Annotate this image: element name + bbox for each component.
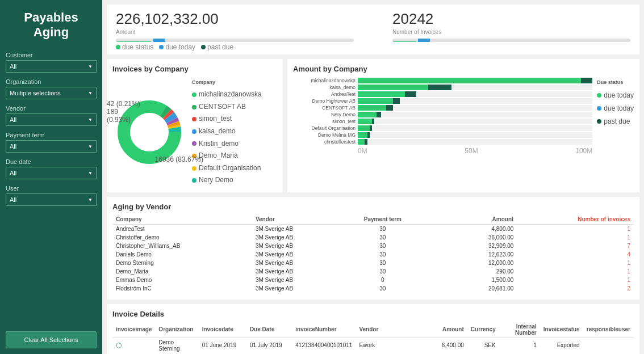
donut-chart: 42 (0.21%) 189 (0.93%) 16936 (83.67%) xyxy=(112,95,186,169)
kpi-row: 226,102,332.00 Amount due status due tod… xyxy=(107,5,639,54)
table-row: Daniels Demo 3M Sverige AB 30 12,623.00 … xyxy=(112,250,634,259)
invoice-icon[interactable]: ⬡ xyxy=(116,342,122,349)
legend-item: Nery Demo xyxy=(192,174,262,187)
table-row: Demo_Maria 3M Sverige AB 30 290.00 1 xyxy=(112,267,634,276)
invoice-table: invoiceimage Organization Invoicedate Du… xyxy=(112,322,634,354)
filter-select-due-date[interactable]: All xyxy=(6,167,96,179)
col-curr: Currency xyxy=(467,322,499,338)
hbar-row: Demo Hightower AB xyxy=(293,98,592,104)
col-user: responsibleuser xyxy=(583,322,634,338)
sidebar: Payables Aging Customer All Organization… xyxy=(0,0,102,354)
hbar-row: kaisa_demo xyxy=(293,85,592,90)
app-title: Payables Aging xyxy=(0,0,102,48)
filter-select-customer[interactable]: All xyxy=(6,61,96,72)
table-row: Demo Sterning 3M Sverige AB 30 12,000.00… xyxy=(112,259,634,267)
col-count: Number of invoices xyxy=(517,214,634,225)
kpi-invoices: 20242 Number of Invoices xyxy=(392,10,630,51)
filter-select-wrapper-user: All xyxy=(6,193,97,206)
hbar-row: CENTSOFT AB xyxy=(293,105,592,111)
filter-select-user[interactable]: All xyxy=(6,194,96,205)
filter-select-payment-term[interactable]: All xyxy=(6,141,96,152)
col-invdate: Invoicedate xyxy=(199,322,246,338)
filter-label-user: User xyxy=(6,185,97,192)
col-invnum: invoiceNumber xyxy=(292,322,356,338)
filter-label-vendor: Vendor xyxy=(6,105,97,112)
filter-select-vendor[interactable]: All xyxy=(6,114,96,125)
donut-label-top: 42 (0.21%) 189 (0.93%) xyxy=(107,100,140,124)
table-row: Emmas Demo 3M Sverige AB 0 1,500.00 1 xyxy=(112,276,634,284)
donut-label-bottom: 16936 (83.67%) xyxy=(155,155,203,163)
invoices-by-company-title: Invoices by Company xyxy=(112,65,277,73)
legend-item: CENTSOFT AB xyxy=(192,101,262,113)
hbar-row: AndreaTest xyxy=(293,91,592,97)
filter-select-wrapper-due-date: All xyxy=(6,167,97,179)
hbar-axis: 0M50M100M xyxy=(293,147,592,155)
invoices-bar-track xyxy=(392,39,630,42)
filter-payment-term: Payment term All xyxy=(0,128,102,155)
filter-select-wrapper-payment-term: All xyxy=(6,140,97,153)
invoice-details-title: Invoice Details xyxy=(112,310,634,318)
donut-legend: Company michalinazdanowska CENTSOFT AB s… xyxy=(192,78,262,187)
col-vendor: Vendor xyxy=(252,214,339,225)
amount-by-company-card: Amount by Company michalinazdanowska kai… xyxy=(287,59,639,192)
amount-by-company-title: Amount by Company xyxy=(293,65,634,73)
legend-item: Kristin_demo xyxy=(192,138,262,150)
hbar-row: Nery Demo xyxy=(293,112,592,117)
hbar-row: Demo Melina MG xyxy=(293,132,592,138)
filter-organization: Organization Multiple selections xyxy=(0,75,102,102)
kpi-legend: due status due today past due xyxy=(116,43,354,51)
filter-label-payment-term: Payment term xyxy=(6,132,97,138)
table-row: Flodström InC 3M Sverige AB 30 20,681.00… xyxy=(112,284,634,293)
amount-bar-track xyxy=(116,39,354,42)
amount-value: 226,102,332.00 xyxy=(116,10,354,28)
invoices-by-company-card: Invoices by Company xyxy=(107,59,283,192)
legend-item: kaisa_demo xyxy=(192,125,262,138)
aging-by-vendor-title: Aging by Vendor xyxy=(112,203,634,211)
aging-by-vendor-card: Aging by Vendor Company Vendor Payment t… xyxy=(107,197,639,300)
filter-select-wrapper-customer: All xyxy=(6,60,97,73)
filter-label-customer: Customer xyxy=(6,52,97,58)
hbar-chart: michalinazdanowska kaisa_demo AndreaTest… xyxy=(293,78,592,155)
filter-customer: Customer All xyxy=(0,48,102,75)
legend-item: Default Organisation xyxy=(192,162,262,175)
invoice-details-card: Invoice Details invoiceimage Organizatio… xyxy=(107,304,639,354)
col-img: invoiceimage xyxy=(112,322,155,338)
table-row: Ingrid eEkonomi 3M Sverige AB 0 100.00 1 xyxy=(112,293,634,294)
table-row: ⬡ Demo Sterning 01 June 2019 01 July 201… xyxy=(112,338,634,353)
table-row: Christopher_Williams_AB 3M Sverige AB 30… xyxy=(112,242,634,250)
invoices-label: Number of Invoices xyxy=(392,29,630,35)
kpi-amount: 226,102,332.00 Amount due status due tod… xyxy=(116,10,354,51)
vendor-table: Company Vendor Payment term Amount Numbe… xyxy=(112,214,634,294)
legend-item: michalinazdanowska xyxy=(192,88,262,101)
clear-all-button[interactable]: Clear All Selections xyxy=(6,331,97,348)
col-duedate: Due Date xyxy=(246,322,292,338)
filter-label-due-date: Due date xyxy=(6,158,97,165)
col-term: Payment term xyxy=(339,214,426,225)
hbar-row: michalinazdanowska xyxy=(293,78,592,83)
main-content: 226,102,332.00 Amount due status due tod… xyxy=(102,0,644,354)
filter-select-wrapper-vendor: All xyxy=(6,113,97,126)
filter-select-organization[interactable]: Multiple selections xyxy=(6,87,96,99)
col-amount: Amount xyxy=(426,214,517,225)
col-vendorname: Vendor xyxy=(356,322,421,338)
filter-label-organization: Organization xyxy=(6,78,97,85)
hbar-row: christofferstest xyxy=(293,139,592,145)
col-status: Invoicestatus xyxy=(540,322,583,338)
hbar-row: Default Organisation xyxy=(293,125,592,131)
filter-user: User All xyxy=(0,182,102,208)
col-amt: Amount xyxy=(421,322,467,338)
filter-vendor: Vendor All xyxy=(0,102,102,128)
filter-select-wrapper-organization: Multiple selections xyxy=(6,87,97,99)
filter-due-date: Due date All xyxy=(0,155,102,182)
table-row: AndreaTest 3M Sverige AB 30 4,800.00 1 xyxy=(112,224,634,233)
col-company: Company xyxy=(112,214,252,225)
col-intnum: Internal Number xyxy=(499,322,540,338)
invoices-value: 20242 xyxy=(392,10,630,28)
hbar-row: simon_test xyxy=(293,119,592,124)
table-row: Christoffer_demo 3M Sverige AB 30 36,000… xyxy=(112,233,634,242)
legend-item: simon_test xyxy=(192,113,262,125)
charts-row: Invoices by Company xyxy=(107,59,639,192)
col-org: Organization xyxy=(155,322,198,338)
amount-label: Amount xyxy=(116,29,354,35)
hbar-legend: Due status due today due today past due xyxy=(597,78,634,155)
